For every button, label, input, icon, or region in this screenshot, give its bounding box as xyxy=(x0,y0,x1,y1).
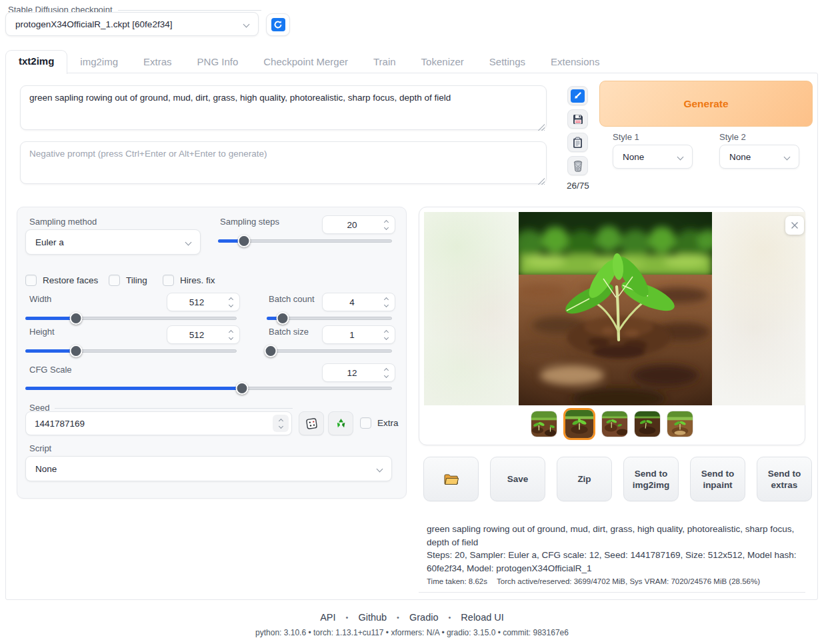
folder-icon xyxy=(443,473,459,486)
stepper[interactable] xyxy=(381,298,395,307)
footer-link-github[interactable]: Github xyxy=(358,612,387,623)
main-tabs: txt2img img2img Extras PNG Info Checkpoi… xyxy=(5,50,612,73)
footer-links: API • Github • Gradio • Reload UI xyxy=(0,612,824,623)
stepper[interactable] xyxy=(381,221,395,229)
tab-tokenizer[interactable]: Tokenizer xyxy=(409,51,477,73)
gallery-thumbnail-2-selected[interactable] xyxy=(563,408,595,440)
stepper[interactable] xyxy=(381,369,395,377)
style1-label: Style 1 xyxy=(613,132,639,142)
batch-count-label: Batch count xyxy=(269,294,315,304)
tab-train[interactable]: Train xyxy=(361,51,409,73)
refresh-icon xyxy=(271,18,285,31)
width-input[interactable]: 512 xyxy=(167,293,240,311)
height-slider[interactable] xyxy=(25,344,237,357)
chevron-down-icon xyxy=(185,239,192,245)
dice-icon xyxy=(305,417,318,430)
footer-link-gradio[interactable]: Gradio xyxy=(409,612,439,623)
tab-img2img[interactable]: img2img xyxy=(67,51,131,73)
style2-select[interactable]: None xyxy=(719,145,799,169)
tab-extensions[interactable]: Extensions xyxy=(538,51,612,73)
tab-png-info[interactable]: PNG Info xyxy=(185,51,251,73)
tab-txt2img[interactable]: txt2img xyxy=(5,50,67,74)
random-seed-button[interactable] xyxy=(299,411,324,435)
stepper[interactable] xyxy=(226,331,239,339)
send-to-extras-button[interactable]: Send to extras xyxy=(757,457,812,501)
batch-count-slider[interactable] xyxy=(267,311,392,325)
tiling-checkbox[interactable]: Tiling xyxy=(109,275,147,286)
refresh-checkpoints-button[interactable] xyxy=(266,13,290,36)
checkpoint-value: protogenX34OfficialR_1.ckpt [60fe2f34] xyxy=(15,19,172,29)
gallery-thumbnail-5[interactable] xyxy=(667,411,693,437)
sampling-method-label: Sampling method xyxy=(29,217,97,227)
stepper[interactable] xyxy=(381,331,395,339)
chevron-down-icon xyxy=(677,153,684,160)
reuse-seed-button[interactable] xyxy=(328,411,353,435)
width-label: Width xyxy=(29,294,51,304)
style1-select[interactable]: None xyxy=(613,145,693,169)
paste-params-icon xyxy=(571,89,585,103)
sampling-steps-slider[interactable] xyxy=(218,234,392,247)
restore-faces-checkbox[interactable]: Restore faces xyxy=(25,275,98,286)
gallery-blur-right xyxy=(712,212,805,405)
stepper[interactable] xyxy=(273,415,289,432)
script-label: Script xyxy=(29,443,51,453)
gallery-thumbnail-4[interactable] xyxy=(634,411,661,437)
gallery-blur-left xyxy=(424,212,519,405)
sampling-method-select[interactable]: Euler a xyxy=(25,229,201,255)
script-select[interactable]: None xyxy=(25,456,392,481)
token-counter: 26/75 xyxy=(567,181,589,191)
clear-prompt-button[interactable] xyxy=(567,156,588,175)
height-label: Height xyxy=(29,327,55,337)
cfg-scale-input[interactable]: 12 xyxy=(322,363,395,382)
save-style-button[interactable] xyxy=(567,109,588,129)
generation-info: green sapling rowing out of ground, mud,… xyxy=(419,520,805,593)
chevron-down-icon xyxy=(784,153,791,160)
send-to-inpaint-button[interactable]: Send to inpaint xyxy=(690,457,745,501)
cfg-scale-slider[interactable] xyxy=(25,381,392,395)
send-to-img2img-button[interactable]: Send to img2img xyxy=(623,457,679,501)
footer-link-reload-ui[interactable]: Reload UI xyxy=(461,612,503,623)
batch-size-label: Batch size xyxy=(269,327,309,337)
batch-size-input[interactable]: 1 xyxy=(322,325,395,344)
chevron-down-icon xyxy=(243,21,250,27)
trash-icon xyxy=(573,160,583,172)
clipboard-icon xyxy=(572,137,583,149)
save-button[interactable]: Save xyxy=(490,457,545,501)
open-folder-button[interactable] xyxy=(423,457,479,501)
time-taken: Time taken: 8.62s xyxy=(427,577,487,585)
width-slider[interactable] xyxy=(25,311,237,325)
stepper[interactable] xyxy=(226,298,239,307)
checkpoint-select[interactable]: protogenX34OfficialR_1.ckpt [60fe2f34] xyxy=(5,12,259,36)
gallery-thumbnail-3[interactable] xyxy=(601,411,628,437)
cfg-scale-label: CFG Scale xyxy=(29,365,72,375)
tab-extras[interactable]: Extras xyxy=(131,51,185,73)
footer-versions: python: 3.10.6 • torch: 1.13.1+cu117 • x… xyxy=(0,628,824,637)
floppy-disk-icon xyxy=(572,113,584,125)
close-icon xyxy=(791,221,799,229)
generated-image[interactable] xyxy=(519,212,712,405)
batch-size-slider[interactable] xyxy=(267,344,392,357)
seed-input[interactable]: 1441787169 xyxy=(25,411,292,435)
sampling-steps-input[interactable]: 20 xyxy=(322,215,395,234)
generation-info-params: Steps: 20, Sampler: Euler a, CFG scale: … xyxy=(427,549,797,575)
zip-button[interactable]: Zip xyxy=(557,457,612,501)
extra-seed-checkbox[interactable]: Extra xyxy=(360,417,399,429)
hires-fix-checkbox[interactable]: Hires. fix xyxy=(163,275,215,286)
prompt-input[interactable]: green sapling rowing out of ground, mud,… xyxy=(20,85,547,130)
style2-label: Style 2 xyxy=(719,132,746,142)
vram-stats: Torch active/reserved: 3699/4702 MiB, Sy… xyxy=(497,577,760,585)
footer-link-api[interactable]: API xyxy=(320,612,335,623)
output-actions: Save Zip Send to img2img Send to inpaint… xyxy=(423,457,812,501)
apply-styles-button[interactable] xyxy=(567,133,588,152)
batch-count-input[interactable]: 4 xyxy=(322,293,395,311)
close-gallery-button[interactable] xyxy=(785,216,804,235)
tab-checkpoint-merger[interactable]: Checkpoint Merger xyxy=(251,51,361,73)
gallery-thumbnail-1[interactable] xyxy=(531,411,557,437)
height-input[interactable]: 512 xyxy=(167,325,240,344)
paste-generation-params-button[interactable] xyxy=(567,86,588,105)
generate-button[interactable]: Generate xyxy=(599,81,813,127)
negative-prompt-input[interactable] xyxy=(20,141,547,184)
tab-settings[interactable]: Settings xyxy=(477,51,538,73)
sampling-steps-label: Sampling steps xyxy=(220,217,279,227)
chevron-down-icon xyxy=(377,465,383,472)
